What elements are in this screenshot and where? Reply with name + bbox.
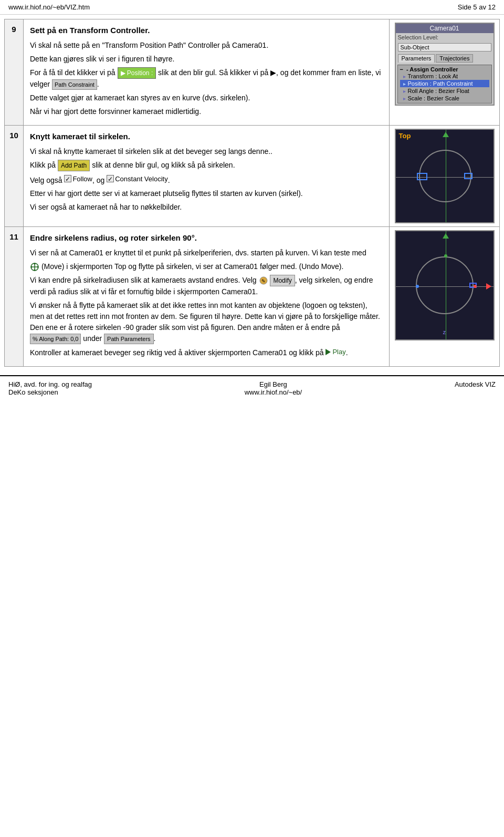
step-10-content: Knytt kameraet til sirkelen. Vi skal nå … [24, 126, 389, 226]
step-11-p1: Vi ser nå at Camera01 er knyttet til et … [30, 247, 383, 259]
step-9-p1: Vi skal nå sette på en "Transform Positi… [30, 40, 383, 51]
vp2-y-arrow [443, 233, 449, 239]
step-11-p3: Vi kan endre på sirkelradiusen slik at k… [30, 275, 383, 297]
assign-controller-section: − - Assign Controller ▸ Transform : Look… [397, 65, 492, 104]
minus-icon: − [400, 66, 403, 73]
step-11-p5: Kontroller at kameraet beveger seg rikti… [30, 347, 383, 358]
step-10-number: 10 [5, 126, 24, 226]
header-url: www.ir.hiof.no/~eb/VIZ.htm [8, 3, 90, 11]
tree-scale: ▸ Scale : Bezier Scale [400, 95, 489, 102]
tab-trajectories[interactable]: Trajectories [436, 54, 473, 63]
step-10-p5: Vi ser også at kameraet nå har to nøkkel… [30, 202, 383, 213]
step-10-p2: Klikk på Add Path slik at denne blir gul… [30, 160, 383, 171]
max-panel-title: Camera01 [396, 24, 494, 33]
step-11-number: 11 [5, 227, 24, 366]
step-10-right: Top [389, 126, 499, 226]
cv-label: Constant Velocity [115, 174, 167, 184]
footer-center: Egil Berg www.ir.hiof.no/~eb/ [245, 380, 302, 396]
step-10-row: 10 Knytt kameraet til sirkelen. Vi skal … [4, 126, 500, 227]
step-9-p4: Dette valget gjør at kameraet kan styres… [30, 92, 383, 104]
sub-object-dropdown[interactable]: Sub-Object [398, 43, 491, 51]
step-11-row: 11 Endre sirkelens radius, og roter sirk… [4, 227, 500, 367]
footer-left-line2: DeKo seksjonen [8, 388, 58, 396]
header-page: Side 5 av 12 [458, 3, 496, 11]
viewport-top-label: Top [399, 132, 411, 140]
tree-position[interactable]: ▸ Position : Path Constraint [400, 80, 489, 87]
step-9-p2: Dette kan gjøres slik vi ser i figuren t… [30, 54, 383, 65]
step-9-p3: For å få til det klikker vi på ▶ Positio… [30, 67, 383, 90]
move-icon-svg [30, 262, 39, 272]
constant-velocity-checkbox[interactable]: Constant Velocity [107, 174, 167, 184]
svg-text:✎: ✎ [261, 278, 266, 284]
top-viewport: Top [395, 129, 495, 223]
sel-level-label: Selection Level: [398, 34, 439, 40]
step-9-title: Sett på en Transform Controller. [30, 25, 383, 37]
camera-rect [417, 173, 427, 180]
play-triangle-icon [326, 349, 331, 355]
footer-center-line1: Egil Berg [259, 380, 287, 388]
max-panel-tabs: Parameters Trajectories [396, 53, 494, 64]
vp2-z-label: z [443, 329, 446, 335]
step-11-title: Endre sirkelens radius, og roter sirkele… [30, 232, 383, 244]
position-btn-inline[interactable]: ▶ Position : [118, 67, 156, 79]
vp2-dot2 [474, 285, 477, 288]
step-9-right: Camera01 Selection Level: Sub-Object Par… [389, 19, 499, 125]
page-footer: HiØ, avd. for ing. og realfag DeKo seksj… [0, 375, 504, 400]
step-9-row: 9 Sett på en Transform Controller. Vi sk… [4, 19, 500, 126]
cv-check-icon [107, 175, 114, 182]
tree-roll: ▸ Roll Angle : Bezier Float [400, 87, 489, 95]
step-11-p2: (Move) i skjermporten Top og flytte på s… [30, 261, 383, 272]
follow-label: Follow [72, 174, 92, 184]
arrow-position-icon: ▸ [403, 81, 406, 87]
follow-check-icon [64, 175, 71, 182]
max-panel-9: Camera01 Selection Level: Sub-Object Par… [395, 23, 495, 106]
add-path-btn-inline[interactable]: Add Path [58, 160, 90, 171]
arrow-transform-icon: ▸ [403, 74, 406, 79]
page-header: www.ir.hiof.no/~eb/VIZ.htm Side 5 av 12 [0, 0, 504, 15]
step-10-p4: Etter vi har gjort dette ser vi at kamer… [30, 188, 383, 199]
vp2-circle [416, 256, 474, 314]
play-btn-inline[interactable]: Play [326, 347, 345, 357]
max-panel-sub-obj: Sub-Object [396, 42, 494, 53]
second-viewport: z [395, 230, 495, 340]
arrow-scale-icon: ▸ [403, 96, 406, 101]
along-path-field[interactable]: % Along Path: 0,0 [30, 334, 81, 345]
footer-right: Autodesk VIZ [455, 380, 496, 396]
tree-transform: ▸ Transform : Look At [400, 73, 489, 80]
assign-controller-title: − - Assign Controller [400, 66, 489, 73]
vp2-dot1 [444, 254, 447, 257]
footer-left-line1: HiØ, avd. for ing. og realfag [8, 380, 92, 388]
step-10-title: Knytt kameraet til sirkelen. [30, 131, 383, 143]
step-11-content: Endre sirkelens radius, og roter sirkele… [24, 227, 389, 366]
step-9-content: Sett på en Transform Controller. Vi skal… [24, 19, 389, 125]
step-9-number: 9 [5, 19, 24, 125]
path-constraint-inline: Path Constraint [52, 79, 97, 90]
modify-btn-inline[interactable]: Modify [270, 275, 295, 286]
follow-checkbox[interactable]: Follow [64, 174, 92, 184]
footer-center-line2: www.ir.hiof.no/~eb/ [245, 388, 302, 396]
play-label: Play [332, 347, 345, 357]
camera-rect2 [464, 173, 472, 179]
modify-icon-svg: ✎ [259, 276, 268, 285]
path-params-btn-inline[interactable]: Path Parameters [104, 334, 154, 345]
vp2-dot3 [416, 285, 419, 288]
step-11-p4: Vi ønsker nå å flytte på kameraet slik a… [30, 300, 383, 345]
max-panel-sel-level: Selection Level: [396, 33, 494, 42]
footer-right-line1: Autodesk VIZ [455, 380, 496, 388]
step-9-p5: Når vi har gjort dette forsvinner kamera… [30, 106, 383, 117]
footer-left: HiØ, avd. for ing. og realfag DeKo seksj… [8, 380, 92, 396]
main-content: 9 Sett på en Transform Controller. Vi sk… [0, 15, 504, 371]
tab-parameters[interactable]: Parameters [398, 54, 435, 63]
step-10-p1: Vi skal nå knytte kameraet til sirkelen … [30, 146, 383, 157]
vp2-x-arrow [486, 283, 491, 290]
step-10-p3: Velg også Follow , og Constant Velocity … [30, 174, 383, 186]
y-arrow-top [443, 132, 449, 137]
step-11-right: z [389, 227, 499, 366]
arrow-roll-icon: ▸ [403, 88, 406, 94]
